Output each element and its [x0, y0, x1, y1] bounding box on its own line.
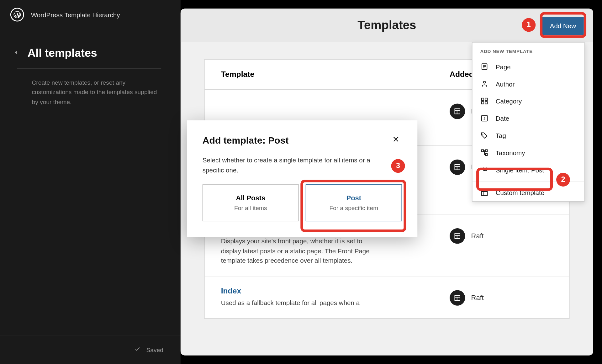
svg-rect-12	[482, 150, 483, 151]
modal-options: All Posts For all items Post For a speci…	[203, 184, 402, 221]
category-icon	[480, 97, 488, 105]
nav-heading: All templates	[28, 46, 97, 60]
option-subtitle: For all items	[208, 205, 293, 212]
dd-item-tag[interactable]: Tag	[473, 127, 584, 144]
app-sidebar: WordPress Template Hierarchy All templat…	[0, 0, 181, 364]
option-title: Post	[311, 194, 396, 202]
dd-item-taxonomy[interactable]: Taxonomy	[473, 144, 584, 161]
modal-description: Select whether to create a single templa…	[203, 156, 383, 175]
svg-rect-8	[485, 102, 487, 104]
page-icon	[480, 62, 488, 71]
dd-item-custom[interactable]: Custom template	[473, 184, 584, 201]
chevron-left-icon	[13, 50, 19, 57]
svg-point-4	[483, 81, 485, 83]
template-link-index[interactable]: Index	[221, 287, 441, 296]
col-template-header: Template	[221, 70, 450, 79]
nav-underline	[17, 68, 161, 69]
dd-label: Single item: Post	[496, 166, 544, 173]
app-title: WordPress Template Hierarchy	[31, 11, 120, 18]
svg-text:2: 2	[483, 117, 485, 120]
dropdown-separator	[473, 181, 584, 181]
dd-item-page[interactable]: Page	[473, 58, 584, 75]
dd-label: Date	[496, 114, 509, 122]
svg-point-11	[482, 134, 483, 135]
pin-icon	[480, 166, 488, 174]
taxonomy-icon	[480, 148, 488, 157]
dd-item-date[interactable]: 2 Date	[473, 110, 584, 127]
dd-label: Category	[496, 98, 522, 105]
sidebar-footer: Saved	[0, 335, 181, 364]
theme-layout-icon	[450, 103, 465, 119]
nav-back-row[interactable]: All templates	[0, 29, 181, 68]
add-new-template-dropdown: ADD NEW TEMPLATE Page Author Category	[472, 42, 584, 202]
nav-description: Create new templates, or reset any custo…	[0, 78, 181, 107]
option-title: All Posts	[208, 194, 293, 202]
dd-label: Page	[496, 63, 511, 70]
dd-item-single-post[interactable]: Single item: Post	[473, 161, 584, 178]
svg-rect-15	[482, 190, 488, 196]
dd-label: Author	[496, 80, 515, 87]
added-by-label: Raft	[471, 294, 484, 302]
svg-rect-7	[482, 102, 484, 104]
svg-rect-14	[485, 154, 487, 156]
main-header: Templates Add New	[181, 8, 593, 42]
wordpress-logo-icon[interactable]	[10, 8, 24, 22]
template-description: Used as a fallback template for all page…	[221, 298, 380, 308]
dropdown-title: ADD NEW TEMPLATE	[473, 43, 584, 58]
check-icon	[134, 346, 141, 354]
option-all-posts[interactable]: All Posts For all items	[203, 184, 299, 221]
template-description: Displays your site's front page, whether…	[221, 236, 380, 266]
dd-item-category[interactable]: Category	[473, 92, 584, 110]
app-header: WordPress Template Hierarchy	[0, 0, 181, 29]
author-icon	[480, 80, 488, 88]
svg-rect-6	[485, 98, 487, 100]
close-icon	[392, 135, 400, 145]
option-post[interactable]: Post For a specific item	[306, 184, 402, 221]
dd-item-author[interactable]: Author	[473, 75, 584, 92]
option-subtitle: For a specific item	[311, 205, 396, 212]
page-title: Templates	[357, 18, 416, 32]
date-icon: 2	[480, 114, 488, 122]
add-template-post-modal: Add template: Post Select whether to cre…	[187, 120, 417, 237]
custom-template-icon	[480, 188, 488, 197]
theme-layout-icon	[450, 228, 465, 244]
added-by-label: Raft	[471, 232, 484, 240]
tag-icon	[480, 131, 488, 140]
svg-rect-5	[482, 98, 484, 100]
dd-label: Custom template	[496, 189, 544, 196]
modal-title: Add template: Post	[203, 135, 289, 146]
add-new-button[interactable]: Add New	[542, 17, 584, 35]
svg-rect-13	[485, 150, 487, 151]
table-row: Index Used as a fallback template for al…	[205, 276, 569, 319]
dd-label: Tag	[496, 132, 506, 139]
saved-label: Saved	[146, 346, 163, 353]
theme-layout-icon	[450, 290, 465, 305]
close-button[interactable]	[390, 133, 402, 148]
dd-label: Taxonomy	[496, 149, 525, 156]
theme-layout-icon	[450, 160, 465, 175]
